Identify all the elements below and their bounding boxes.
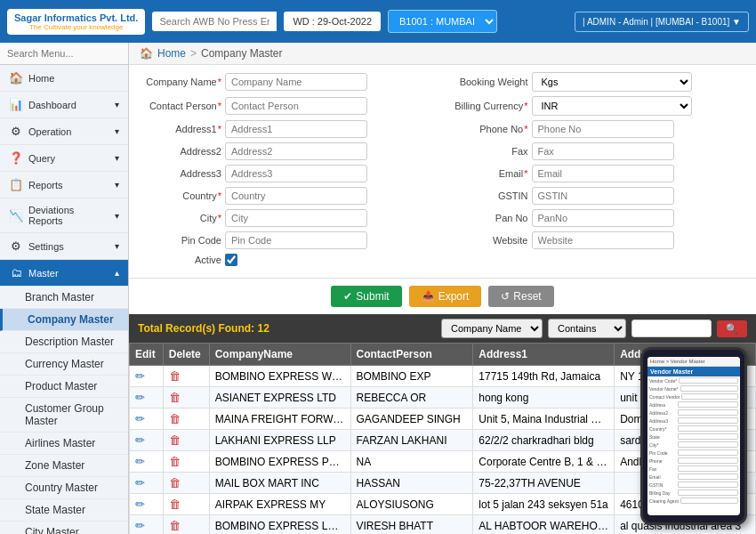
submit-button[interactable]: ✔ Submit [331, 286, 401, 307]
address2-label: Address2 [141, 146, 221, 157]
sidebar-item-deviations[interactable]: 📉 Deviations Reports ▾ [0, 198, 128, 233]
sidebar-item-operation[interactable]: ⚙ Operation ▾ [0, 118, 128, 145]
delete-cell[interactable]: 🗑 [163, 515, 209, 535]
sidebar-item-reports[interactable]: 📋 Reports ▾ [0, 172, 128, 198]
phone-field-label: Phone [649, 458, 676, 464]
sidebar-sub-city-master[interactable]: City Master [0, 522, 128, 534]
delete-cell[interactable]: 🗑 [163, 451, 209, 473]
sidebar-sub-company-master[interactable]: Company Master [0, 309, 128, 331]
edit-icon[interactable]: ✏ [135, 412, 145, 425]
delete-icon[interactable]: 🗑 [169, 519, 181, 532]
edit-cell[interactable]: ✏ [130, 387, 164, 409]
pan-no-input[interactable] [532, 209, 674, 227]
sidebar-sub-product-master[interactable]: Product Master [0, 376, 128, 398]
delete-icon[interactable]: 🗑 [169, 455, 181, 468]
company-name-input[interactable] [225, 73, 367, 91]
phone-field-input [678, 481, 738, 488]
delete-icon[interactable]: 🗑 [169, 476, 181, 490]
billing-currency-select[interactable]: INR USD [532, 96, 692, 116]
sidebar-sub-description-master[interactable]: Description Master [0, 331, 128, 353]
product-master-label: Product Master [25, 380, 97, 392]
country-input[interactable] [225, 187, 367, 205]
company-name-cell: MAINA FREIGHT FORWARDERS PLC [209, 409, 350, 430]
sidebar-item-home[interactable]: 🏠 Home [0, 65, 128, 92]
delete-icon[interactable]: 🗑 [169, 498, 181, 511]
pin-code-input[interactable] [225, 231, 367, 249]
delete-cell[interactable]: 🗑 [163, 430, 209, 451]
breadcrumb-home-link[interactable]: Home [157, 47, 186, 60]
sidebar-sub-branch-master[interactable]: Branch Master [0, 287, 128, 309]
phone-no-input[interactable] [532, 120, 674, 138]
edit-cell[interactable]: ✏ [130, 366, 164, 387]
phone-field-label: Address3 [649, 418, 676, 424]
address2-input[interactable] [225, 142, 367, 160]
edit-cell[interactable]: ✏ [130, 473, 164, 494]
contact-person-input[interactable] [225, 97, 367, 115]
edit-icon[interactable]: ✏ [135, 433, 145, 447]
edit-cell[interactable]: ✏ [130, 494, 164, 515]
phone-field-label: Address [649, 402, 676, 408]
branch-master-label: Branch Master [25, 291, 94, 303]
phone-field-row: State [647, 433, 740, 441]
address3-input[interactable] [225, 165, 367, 182]
edit-cell[interactable]: ✏ [130, 430, 164, 451]
sidebar-sub-customer-group-master[interactable]: Customer Group Master [0, 398, 128, 433]
contact-person-cell: GAGANDEEP SINGH [350, 409, 473, 430]
sidebar-item-dashboard[interactable]: 📊 Dashboard ▾ [0, 92, 128, 118]
delete-icon[interactable]: 🗑 [169, 412, 181, 425]
city-input[interactable] [225, 209, 367, 227]
wd-label: WD : 29-Oct-2022 [284, 12, 381, 31]
sidebar-sub-country-master[interactable]: Country Master [0, 477, 128, 499]
table-search-button[interactable]: 🔍 [717, 320, 747, 337]
edit-icon[interactable]: ✏ [135, 369, 145, 383]
sidebar-sub-airlines-master[interactable]: Airlines Master [0, 433, 128, 455]
sidebar-sub-state-master[interactable]: State Master [0, 499, 128, 522]
admin-label[interactable]: | ADMIN - Admin | [MUMBAI - B1001] ▼ [575, 12, 749, 32]
gstin-input[interactable] [532, 187, 674, 205]
delete-cell[interactable]: 🗑 [163, 473, 209, 494]
edit-cell[interactable]: ✏ [130, 515, 164, 535]
booking-weight-select[interactable]: Kgs Lbs [532, 72, 692, 92]
filter-condition-select[interactable]: Contains Equals Starts With [548, 319, 626, 338]
edit-cell[interactable]: ✏ [130, 409, 164, 430]
sidebar-sub-zone-master[interactable]: Zone Master [0, 455, 128, 477]
phone-field-row: Vendor Name* [647, 384, 740, 392]
filter-value-input[interactable] [631, 320, 712, 337]
phone-field-row: Address [647, 400, 740, 409]
fax-input[interactable] [532, 142, 674, 160]
sidebar-item-master[interactable]: 🗂 Master ▴ [0, 260, 128, 287]
delete-icon[interactable]: 🗑 [169, 433, 181, 447]
sidebar-sub-currency-master[interactable]: Currency Master [0, 353, 128, 376]
sidebar-label-home: Home [28, 73, 119, 84]
delete-icon[interactable]: 🗑 [169, 391, 181, 404]
logo-title: Sagar Informatics Pvt. Ltd. [14, 12, 138, 23]
edit-icon[interactable]: ✏ [135, 476, 145, 490]
edit-icon[interactable]: ✏ [135, 519, 145, 532]
delete-icon[interactable]: 🗑 [169, 369, 181, 383]
delete-cell[interactable]: 🗑 [163, 409, 209, 430]
delete-cell[interactable]: 🗑 [163, 494, 209, 515]
reset-button[interactable]: ↺ Reset [488, 286, 553, 307]
edit-icon[interactable]: ✏ [135, 498, 145, 511]
sidebar-search-input[interactable] [0, 43, 128, 65]
sidebar-item-query[interactable]: ❓ Query ▾ [0, 145, 128, 172]
delete-cell[interactable]: 🗑 [163, 387, 209, 409]
website-input[interactable] [532, 231, 674, 249]
address3-group: Address3 [141, 165, 438, 182]
edit-icon[interactable]: ✏ [135, 391, 145, 404]
export-button[interactable]: 📤 Export [409, 286, 482, 307]
email-input[interactable] [532, 165, 674, 182]
company-master-form: Company Name Booking Weight Kgs Lbs Cont… [129, 65, 756, 279]
edit-cell[interactable]: ✏ [130, 451, 164, 473]
address1-input[interactable] [225, 120, 367, 138]
active-checkbox[interactable] [225, 254, 237, 266]
search-awb-input[interactable] [152, 12, 277, 31]
sidebar-item-settings[interactable]: ⚙ Settings ▾ [0, 233, 128, 260]
location-select[interactable]: B1001 : MUMBAI [388, 10, 497, 33]
active-label: Active [141, 255, 221, 265]
phone-field-label: Pin Code [649, 450, 676, 456]
edit-icon[interactable]: ✏ [135, 455, 145, 468]
delete-cell[interactable]: 🗑 [163, 366, 209, 387]
company-name-cell: ASIANET EXPRESS LTD [209, 387, 350, 409]
filter-column-select[interactable]: Company Name Contact Person Address1 [441, 319, 543, 338]
